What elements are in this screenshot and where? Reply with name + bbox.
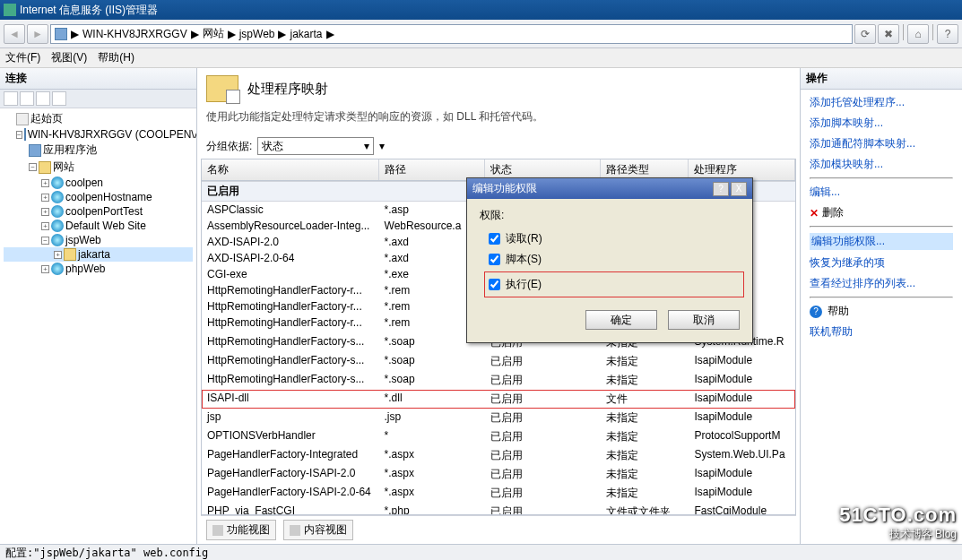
table-row[interactable]: ISAPI-dll*.dll已启用文件IsapiModule <box>202 390 795 409</box>
action-add-module[interactable]: 添加模块映射... <box>810 157 953 172</box>
dialog-titlebar[interactable]: 编辑功能权限 ? X <box>467 178 752 199</box>
table-row[interactable]: PageHandlerFactory-ISAPI-2.0-64*.aspx已启用… <box>202 484 795 503</box>
watermark-logo: 51CTO.com <box>839 504 957 527</box>
table-cell: IsapiModule <box>689 391 795 408</box>
permissions-list: 读取(R) 脚本(S) 执行(E) <box>489 228 740 297</box>
permissions-label: 权限: <box>480 208 740 223</box>
table-row[interactable]: jsp.jsp已启用未指定IsapiModule <box>202 409 795 427</box>
table-cell: *.aspx <box>379 485 486 502</box>
perm-read-checkbox[interactable] <box>489 233 500 245</box>
tree-site[interactable]: +coolpen <box>4 176 193 190</box>
table-row[interactable]: OPTIONSVerbHandler*已启用未指定ProtocolSupport… <box>202 427 795 446</box>
action-online-help[interactable]: 联机帮助 <box>810 324 953 340</box>
expander-icon[interactable]: + <box>41 208 49 216</box>
dialog-title: 编辑功能权限 <box>472 181 537 196</box>
perm-script[interactable]: 脚本(S) <box>489 249 740 270</box>
help-button[interactable]: ? <box>937 24 958 44</box>
ok-button[interactable]: 确定 <box>585 310 657 330</box>
toolbar-icon[interactable] <box>20 91 34 106</box>
crumb-sites[interactable]: 网站 <box>203 26 224 41</box>
menu-bar: 文件(F) 视图(V) 帮助(H) <box>0 48 962 68</box>
table-cell: IsapiModule <box>689 409 795 426</box>
tree-server[interactable]: −WIN-KHV8JRXRGGV (COOLPEN\Adm <box>4 127 193 142</box>
table-cell: 已启用 <box>485 466 600 483</box>
expander-icon[interactable]: + <box>54 251 62 259</box>
perm-execute-checkbox[interactable] <box>489 279 500 290</box>
menu-file[interactable]: 文件(F) <box>5 50 40 65</box>
tree-site[interactable]: +coolpenHostname <box>4 190 193 204</box>
tab-content-view[interactable]: 内容视图 <box>283 520 353 540</box>
cancel-button[interactable]: 取消 <box>668 310 740 330</box>
expander-icon[interactable]: − <box>16 131 22 139</box>
tree-site-jspweb[interactable]: −jspWeb <box>4 233 193 247</box>
group-by-select[interactable]: 状态 ▾ <box>257 137 374 155</box>
breadcrumb[interactable]: ▶ WIN-KHV8JRXRGGV ▶ 网站 ▶ jspWeb ▶ jakart… <box>50 24 853 44</box>
crumb-jspweb[interactable]: jspWeb <box>239 28 275 40</box>
back-button[interactable]: ◄ <box>4 24 25 44</box>
action-add-managed[interactable]: 添加托管处理程序... <box>810 95 953 110</box>
table-row[interactable]: HttpRemotingHandlerFactory-s...*.soap已启用… <box>202 371 795 390</box>
perm-execute[interactable]: 执行(E) <box>489 274 740 295</box>
action-revert[interactable]: 恢复为继承的项 <box>810 255 953 271</box>
perm-read[interactable]: 读取(R) <box>489 228 740 249</box>
expander-icon[interactable]: − <box>29 163 37 171</box>
chevron-right-icon: ▶ <box>228 28 236 40</box>
table-row[interactable]: HttpRemotingHandlerFactory-s...*.soap已启用… <box>202 352 795 371</box>
table-cell: OPTIONSVerbHandler <box>202 428 379 445</box>
toolbar-icon[interactable] <box>36 91 50 106</box>
action-edit-permissions[interactable]: 编辑功能权限... <box>810 233 953 250</box>
group-by-row: 分组依据: 状态 ▾ ▾ <box>201 134 796 159</box>
table-row[interactable]: PHP_via_FastCGI*.php已启用文件或文件夹FastCgiModu… <box>202 503 795 515</box>
table-cell: HttpRemotingHandlerFactory-s... <box>202 353 379 370</box>
tree-apppools[interactable]: 应用程序池 <box>4 142 193 159</box>
table-cell: IsapiModule <box>689 353 795 370</box>
tree-jakarta[interactable]: +jakarta <box>4 247 193 262</box>
stop-button[interactable]: ✖ <box>878 24 899 44</box>
toolbar-icon[interactable] <box>52 91 66 106</box>
action-view-ordered[interactable]: 查看经过排序的列表... <box>810 276 953 291</box>
tree-site[interactable]: +phpWeb <box>4 262 193 276</box>
forward-button[interactable]: ► <box>27 24 48 44</box>
group-label: 分组依据: <box>206 139 252 154</box>
table-cell: HttpRemotingHandlerFactory-r... <box>202 315 379 332</box>
connections-tree[interactable]: 起始页 −WIN-KHV8JRXRGGV (COOLPEN\Adm 应用程序池 … <box>0 108 196 544</box>
expander-icon[interactable]: + <box>41 179 49 187</box>
tree-site[interactable]: +Default Web Site <box>4 219 193 233</box>
actions-pane: 操作 添加托管处理程序... 添加脚本映射... 添加通配符脚本映射... 添加… <box>801 68 962 544</box>
expander-icon[interactable]: + <box>41 265 49 273</box>
expander-icon[interactable]: − <box>41 237 49 245</box>
tree-sites[interactable]: −网站 <box>4 159 193 176</box>
table-row[interactable]: PageHandlerFactory-Integrated*.aspx已启用未指… <box>202 446 795 465</box>
folder-icon <box>64 248 76 261</box>
menu-help[interactable]: 帮助(H) <box>98 50 134 65</box>
action-add-wildcard[interactable]: 添加通配符脚本映射... <box>810 136 953 151</box>
refresh-button[interactable]: ⟳ <box>854 24 876 44</box>
home-button[interactable]: ⌂ <box>907 24 929 44</box>
col-name[interactable]: 名称 <box>202 159 379 180</box>
table-cell: FastCgiModule <box>689 504 795 515</box>
dialog-help-button[interactable]: ? <box>713 182 729 196</box>
crumb-server[interactable]: WIN-KHV8JRXRGGV <box>82 28 187 40</box>
window-titlebar: Internet 信息服务 (IIS)管理器 <box>0 0 962 20</box>
action-edit[interactable]: 编辑... <box>810 185 953 200</box>
expander-icon[interactable]: + <box>41 222 49 230</box>
toolbar-icon[interactable] <box>4 91 18 106</box>
dialog-close-button[interactable]: X <box>731 182 747 196</box>
perm-script-checkbox[interactable] <box>489 254 500 265</box>
action-help[interactable]: ?帮助 <box>810 304 953 319</box>
table-cell: System.Web.UI.Pa <box>689 447 795 464</box>
table-row[interactable]: PageHandlerFactory-ISAPI-2.0*.aspx已启用未指定… <box>202 465 795 484</box>
expander-icon[interactable]: + <box>41 194 49 202</box>
action-delete[interactable]: ✕删除 <box>810 205 953 220</box>
connections-header: 连接 <box>0 68 196 90</box>
chevron-right-icon: ▶ <box>191 28 199 40</box>
table-cell: * <box>379 428 486 445</box>
crumb-jakarta[interactable]: jakarta <box>290 28 322 40</box>
action-add-script[interactable]: 添加脚本映射... <box>810 116 953 131</box>
table-cell: CGI-exe <box>202 267 379 281</box>
tree-site[interactable]: +coolpenPortTest <box>4 204 193 219</box>
menu-view[interactable]: 视图(V) <box>51 50 87 65</box>
table-cell: 已启用 <box>485 353 600 370</box>
tab-features-view[interactable]: 功能视图 <box>206 520 276 540</box>
tree-start-page[interactable]: 起始页 <box>4 110 193 127</box>
